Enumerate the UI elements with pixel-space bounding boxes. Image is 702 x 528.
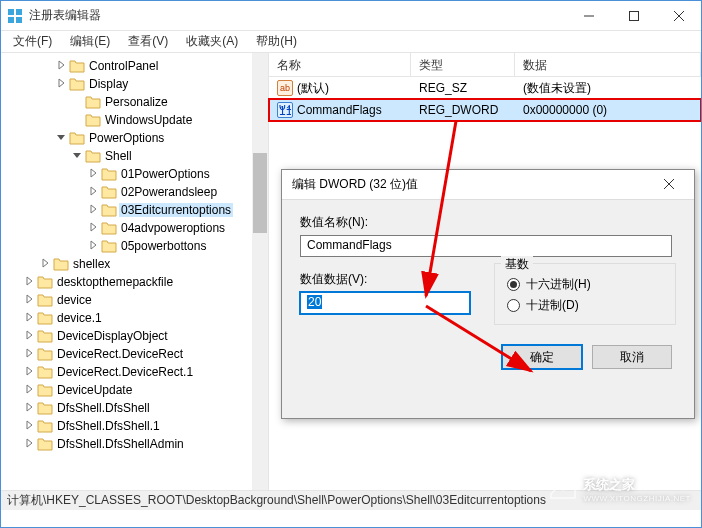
minimize-button[interactable] [566,1,611,31]
folder-icon [37,293,53,307]
tree-toggle-icon[interactable] [21,330,37,342]
tree-toggle-icon[interactable] [21,384,37,396]
tree-toggle-icon[interactable] [21,420,37,432]
tree-item[interactable]: WindowsUpdate [5,111,268,129]
tree-toggle-icon[interactable] [21,438,37,450]
folder-icon [69,59,85,73]
tree-toggle-icon[interactable] [21,402,37,414]
tree-toggle-icon[interactable] [53,132,69,144]
tree-pane: ControlPanelDisplayPersonalizeWindowsUpd… [1,53,269,490]
tree-item[interactable]: PowerOptions [5,129,268,147]
tree-toggle-icon[interactable] [85,240,101,252]
col-data[interactable]: 数据 [515,53,701,76]
value-name-input[interactable]: CommandFlags [300,235,672,257]
registry-tree[interactable]: ControlPanelDisplayPersonalizeWindowsUpd… [1,57,268,453]
col-type[interactable]: 类型 [411,53,515,76]
watermark-logo-icon [549,480,577,500]
menu-file[interactable]: 文件(F) [5,31,60,52]
tree-item[interactable]: 04advpoweroptions [5,219,268,237]
folder-icon [37,419,53,433]
menu-favorites[interactable]: 收藏夹(A) [178,31,246,52]
folder-icon [69,77,85,91]
tree-item[interactable]: ControlPanel [5,57,268,75]
tree-item[interactable]: DeviceDisplayObject [5,327,268,345]
tree-toggle-icon[interactable] [85,168,101,180]
tree-item-label: 01PowerOptions [119,167,212,181]
tree-toggle-icon[interactable] [21,312,37,324]
tree-item[interactable]: device [5,291,268,309]
folder-icon [101,203,117,217]
tree-toggle-icon[interactable] [21,276,37,288]
tree-item[interactable]: Display [5,75,268,93]
tree-item[interactable]: DfsShell.DfsShell [5,399,268,417]
titlebar: 注册表编辑器 [1,1,701,31]
radio-dec-row[interactable]: 十进制(D) [507,297,663,314]
base-label: 基数 [501,256,533,273]
tree-item-label: DfsShell.DfsShell [55,401,152,415]
tree-toggle-icon[interactable] [37,258,53,270]
window-title: 注册表编辑器 [29,7,566,24]
radio-hex[interactable] [507,278,520,291]
tree-toggle-icon[interactable] [21,294,37,306]
folder-icon [85,113,101,127]
svg-rect-1 [16,9,22,15]
tree-item[interactable]: DfsShell.DfsShellAdmin [5,435,268,453]
svg-rect-2 [8,17,14,23]
tree-item[interactable]: DfsShell.DfsShell.1 [5,417,268,435]
col-name[interactable]: 名称 [269,53,411,76]
tree-item-label: Personalize [103,95,170,109]
list-row[interactable]: 011110CommandFlagsREG_DWORD0x00000000 (0… [269,99,701,121]
value-type-icon: 011110 [277,102,293,118]
tree-item[interactable]: DeviceRect.DeviceRect.1 [5,363,268,381]
radio-hex-row[interactable]: 十六进制(H) [507,276,663,293]
value-list[interactable]: ab(默认)REG_SZ(数值未设置)011110CommandFlagsREG… [269,77,701,121]
tree-toggle-icon[interactable] [85,222,101,234]
tree-item[interactable]: 01PowerOptions [5,165,268,183]
folder-icon [37,275,53,289]
tree-item[interactable]: 05powerbottons [5,237,268,255]
close-button[interactable] [656,1,701,31]
tree-toggle-icon[interactable] [85,186,101,198]
tree-item-label: shellex [71,257,112,271]
tree-item-label: device [55,293,94,307]
tree-toggle-icon[interactable] [85,204,101,216]
list-row[interactable]: ab(默认)REG_SZ(数值未设置) [269,77,701,99]
tree-toggle-icon[interactable] [69,150,85,162]
tree-toggle-icon[interactable] [21,348,37,360]
tree-item[interactable]: device.1 [5,309,268,327]
close-icon [674,11,684,21]
cancel-button[interactable]: 取消 [592,345,672,369]
scrollbar-thumb[interactable] [253,153,267,233]
tree-toggle-icon[interactable] [53,60,69,72]
tree-item-label: DeviceRect.DeviceRect.1 [55,365,195,379]
tree-item[interactable]: desktopthemepackfile [5,273,268,291]
tree-item-label: DfsShell.DfsShellAdmin [55,437,186,451]
tree-item[interactable]: DeviceRect.DeviceRect [5,345,268,363]
value-data: (数值未设置) [523,80,591,97]
folder-icon [85,149,101,163]
tree-item[interactable]: DeviceUpdate [5,381,268,399]
menu-help[interactable]: 帮助(H) [248,31,305,52]
ok-button[interactable]: 确定 [502,345,582,369]
tree-item[interactable]: shellex [5,255,268,273]
tree-item[interactable]: 02Powerandsleep [5,183,268,201]
radio-dec[interactable] [507,299,520,312]
tree-item-label: desktopthemepackfile [55,275,175,289]
tree-item[interactable]: Shell [5,147,268,165]
value-data-input[interactable]: 20 [300,292,470,314]
tree-toggle-icon[interactable] [53,78,69,90]
tree-scrollbar[interactable] [252,53,268,490]
folder-icon [101,239,117,253]
menu-view[interactable]: 查看(V) [120,31,176,52]
tree-item[interactable]: Personalize [5,93,268,111]
svg-rect-5 [629,11,638,20]
maximize-button[interactable] [611,1,656,31]
menu-edit[interactable]: 编辑(E) [62,31,118,52]
tree-toggle-icon[interactable] [21,366,37,378]
dialog-close-button[interactable] [654,178,684,192]
watermark-url: WWW.XITONGZHIJIA.NET [583,494,691,503]
tree-item[interactable]: 03Editcurrentoptions [5,201,268,219]
svg-text:110: 110 [279,105,291,115]
value-data: 0x00000000 (0) [523,103,607,117]
minimize-icon [584,11,594,21]
